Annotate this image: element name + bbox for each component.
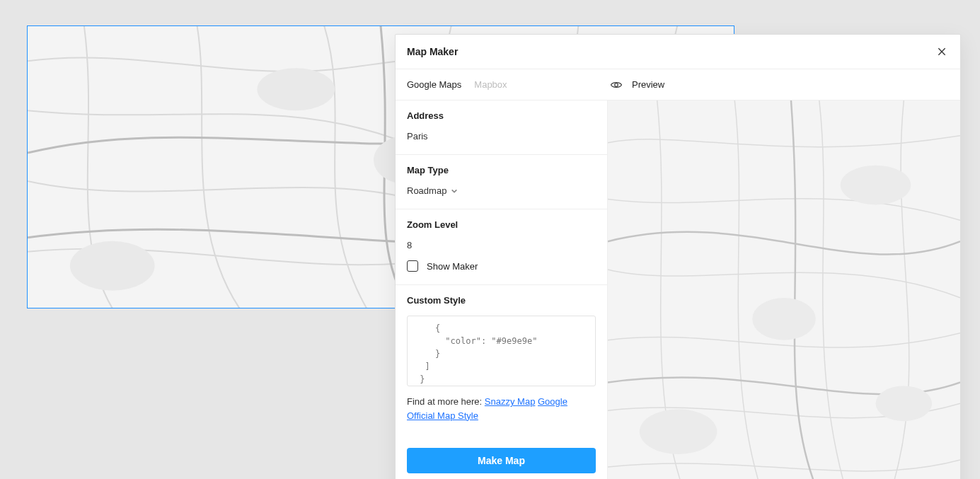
svg-point-8 (841, 166, 911, 205)
link-snazzy-map[interactable]: Snazzy Map (485, 396, 536, 407)
address-label: Address (407, 110, 596, 121)
zoom-input[interactable]: 8 (407, 240, 596, 250)
modal-body: Address Paris Map Type Roadmap Zoom Leve… (396, 100, 960, 479)
svg-point-10 (875, 386, 932, 421)
close-button[interactable] (935, 45, 949, 59)
close-icon (936, 46, 947, 57)
form-column: Address Paris Map Type Roadmap Zoom Leve… (396, 100, 608, 479)
svg-point-2 (257, 68, 335, 110)
find-more-text: Find at more here: Snazzy Map Google Off… (407, 395, 596, 422)
svg-point-7 (640, 409, 717, 454)
make-map-button[interactable]: Make Map (407, 448, 596, 473)
map-type-label: Map Type (407, 165, 596, 175)
tab-mapbox[interactable]: Mapbox (474, 79, 507, 90)
modal-title: Map Maker (407, 46, 458, 57)
show-marker-row[interactable]: Show Maker (407, 260, 596, 272)
show-marker-checkbox[interactable] (407, 260, 418, 272)
section-address: Address Paris (396, 100, 607, 155)
chevron-down-icon (451, 187, 458, 195)
preview-column[interactable]: Google Map data ©2019 Google (608, 100, 960, 479)
find-more-prefix: Find at more here: (407, 396, 485, 407)
section-custom-style: Custom Style { "color": "#9e9e9e" } ] } … (396, 285, 607, 435)
eye-icon (608, 76, 625, 93)
section-zoom: Zoom Level 8 Show Maker (396, 209, 607, 285)
preview-label: Preview (625, 79, 664, 90)
section-map-type: Map Type Roadmap (396, 155, 607, 209)
map-type-value: Roadmap (407, 185, 446, 196)
map-type-select[interactable]: Roadmap (407, 185, 596, 196)
address-input[interactable]: Paris (407, 131, 596, 142)
custom-style-textarea[interactable]: { "color": "#9e9e9e" } ] } ] (407, 316, 596, 386)
svg-point-9 (752, 298, 816, 340)
tab-google-maps[interactable]: Google Maps (407, 79, 461, 90)
svg-point-5 (615, 83, 618, 86)
provider-tabs: Google Maps Mapbox (396, 69, 608, 100)
show-marker-label: Show Maker (427, 261, 478, 272)
map-maker-modal: Map Maker Google Maps Mapbox Preview Add… (395, 34, 961, 479)
preview-map-svg (608, 100, 960, 479)
svg-point-1 (70, 241, 155, 291)
custom-style-label: Custom Style (407, 295, 596, 306)
modal-subheader: Google Maps Mapbox Preview (396, 69, 960, 100)
zoom-label: Zoom Level (407, 219, 596, 230)
modal-header: Map Maker (396, 35, 960, 69)
